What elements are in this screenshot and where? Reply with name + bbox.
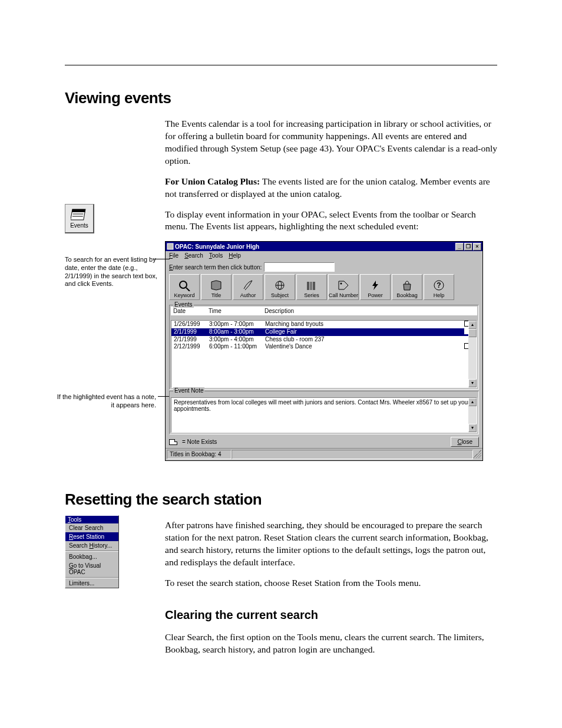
toolbar-subject[interactable]: Subject — [265, 274, 295, 300]
heading-clearing: Clearing the current search — [165, 607, 497, 623]
menu-item-clear-search[interactable]: Clear Search — [65, 523, 118, 532]
svg-text:?: ? — [437, 281, 441, 289]
menu-separator — [65, 551, 118, 552]
scrollbar[interactable]: ▴ ▾ — [468, 321, 477, 387]
event-desc: Marching band tryouts — [265, 321, 462, 328]
svg-rect-1 — [72, 209, 85, 212]
toolbar-title[interactable]: Title — [201, 274, 232, 300]
app-icon — [167, 243, 174, 250]
scroll-down-button[interactable]: ▾ — [468, 379, 477, 387]
toolbar-author-label: Author — [240, 292, 256, 298]
menu-separator — [65, 577, 118, 578]
event-date: 1/26/1999 — [174, 321, 209, 328]
scroll-thumb[interactable] — [468, 329, 477, 337]
callout-line-1 — [153, 259, 170, 259]
opac-screenshot: OPAC: Sunnydale Junior High _ ❐ × File S… — [165, 241, 483, 461]
bolt-icon — [369, 279, 382, 291]
event-row-selected[interactable]: 2/1/1999 8:00am - 3:00pm College Fair — [171, 328, 477, 336]
svg-rect-11 — [310, 282, 312, 290]
search-label: Enter search term then click button: — [169, 264, 262, 271]
horizontal-rule — [65, 65, 497, 65]
search-input[interactable] — [264, 262, 335, 272]
menu-item-reset-station[interactable]: Reset Station — [65, 532, 118, 541]
menu-help[interactable]: Help — [229, 252, 241, 259]
toolbar-series[interactable]: Series — [296, 274, 327, 300]
minimize-button[interactable]: _ — [455, 243, 464, 251]
tag-icon — [337, 279, 350, 291]
scroll-up-button[interactable]: ▴ — [468, 398, 477, 406]
toolbar-help-label: Help — [434, 292, 445, 298]
event-time: 8:00am - 3:00pm — [209, 328, 265, 336]
note-icon — [169, 439, 177, 445]
toolbar: Keyword Title Author Subject Series Call… — [169, 274, 479, 300]
menu-item-bookbag[interactable]: Bookbag... — [65, 552, 118, 561]
toolbar-help[interactable]: ?Help — [424, 274, 454, 300]
statusbar: Titles in Bookbag: 4 — [166, 448, 482, 460]
section-resetting: Resetting the search station Tools Clear… — [65, 490, 497, 655]
menu-tools[interactable]: Tools — [209, 252, 223, 259]
close-window-button[interactable]: × — [473, 243, 481, 251]
bag-icon — [401, 279, 414, 291]
events-toolbar-icon: Events — [65, 204, 94, 233]
resize-grip[interactable] — [473, 450, 481, 458]
event-time: 3:00pm - 4:00pm — [209, 336, 265, 343]
tools-menu-title: Tools — [65, 516, 118, 523]
svg-point-13 — [340, 283, 342, 285]
heading-resetting: Resetting the search station — [65, 490, 497, 509]
toolbar-power[interactable]: Power — [360, 274, 391, 300]
tools-menu-screenshot: Tools Clear Search Reset Station Search … — [65, 515, 119, 588]
scroll-up-button[interactable]: ▴ — [468, 321, 477, 329]
note-scrollbar[interactable]: ▴ ▾ — [468, 398, 477, 432]
event-note-legend: Event Note — [173, 387, 204, 394]
event-note-groupbox: Event Note Representatives from local co… — [169, 391, 479, 434]
event-date: 2/1/1999 — [174, 336, 209, 343]
event-note-textarea: Representatives from local colleges will… — [171, 397, 477, 433]
toolbar-callnumber[interactable]: Call Number — [328, 274, 359, 300]
book-icon — [210, 279, 223, 291]
svg-rect-10 — [307, 282, 309, 290]
svg-rect-12 — [313, 282, 315, 290]
status-bookbag: Titles in Bookbag: 4 — [167, 450, 232, 459]
event-row[interactable]: 2/1/1999 3:00pm - 4:00pm Chess club - ro… — [171, 336, 477, 343]
menu-item-search-history[interactable]: Search History... — [65, 541, 118, 550]
event-desc: Valentine's Dance — [265, 343, 462, 351]
event-desc: Chess club - room 237 — [265, 336, 462, 343]
event-time: 3:00pm - 7:00pm — [209, 321, 265, 328]
toolbar-author[interactable]: Author — [233, 274, 263, 300]
help-icon: ? — [432, 279, 445, 291]
section-viewing-events: Viewing events Events The Events calenda… — [65, 89, 497, 461]
event-row[interactable]: 2/12/1999 6:00pm - 11:00pm Valentine's D… — [171, 343, 477, 351]
scroll-down-button[interactable]: ▾ — [468, 424, 477, 432]
header-time: Time — [209, 308, 265, 314]
event-date: 2/1/1999 — [174, 328, 209, 336]
event-note-text: Representatives from local colleges will… — [174, 399, 470, 412]
menu-item-visual-opac[interactable]: Go to Visual OPAC — [65, 561, 118, 577]
calendar-icon — [71, 206, 88, 222]
header-date: Date — [173, 308, 209, 314]
events-legend: Events — [173, 301, 194, 308]
quill-icon — [242, 279, 254, 291]
menubar: File Search Tools Help — [166, 251, 482, 260]
books-icon — [305, 279, 318, 291]
toolbar-keyword-label: Keyword — [174, 292, 194, 298]
toolbar-subject-label: Subject — [271, 292, 289, 298]
maximize-button[interactable]: ❐ — [464, 243, 472, 251]
margin-note-event-note: If the highlighted event has a note, it … — [56, 393, 156, 410]
callout-line-2 — [158, 396, 170, 397]
events-groupbox: Events Date Time Description 1/26/1999 3… — [169, 305, 479, 390]
close-button[interactable]: Close — [451, 437, 479, 447]
para-reset-intro: After patrons have finished searching, t… — [165, 519, 497, 569]
status-empty — [232, 450, 473, 459]
svg-point-5 — [180, 281, 187, 288]
event-row[interactable]: 1/26/1999 3:00pm - 7:00pm Marching band … — [171, 321, 477, 328]
menu-file[interactable]: File — [169, 252, 178, 259]
toolbar-bookbag-label: Bookbag — [396, 292, 418, 298]
para-union-catalog: For Union Catalog Plus: The events liste… — [165, 176, 497, 200]
toolbar-bookbag[interactable]: Bookbag — [392, 274, 422, 300]
menu-search[interactable]: Search — [184, 252, 203, 259]
menu-item-limiters[interactable]: Limiters... — [65, 579, 118, 588]
para-events-intro: The Events calendar is a tool for increa… — [165, 118, 497, 167]
svg-rect-4 — [167, 243, 173, 249]
toolbar-keyword[interactable]: Keyword — [169, 274, 200, 300]
event-desc: College Fair — [265, 328, 462, 336]
